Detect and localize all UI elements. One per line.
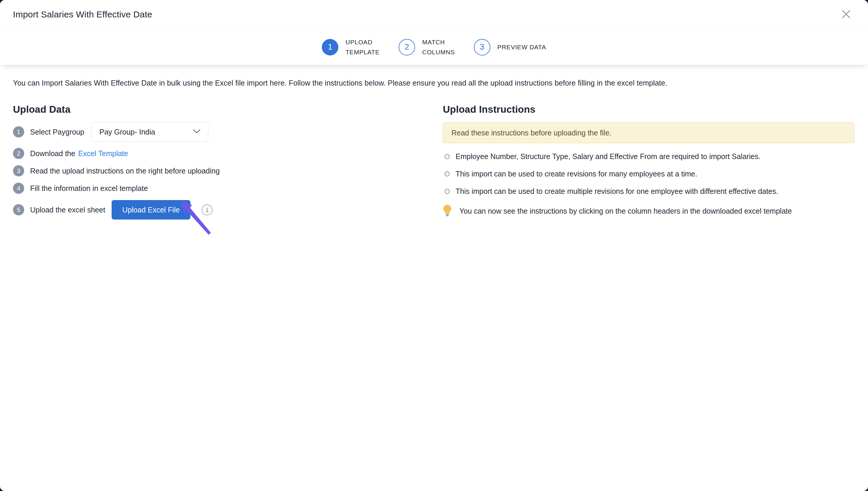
tip-row: You can now see the instructions by clic… xyxy=(443,204,855,218)
upload-instructions-heading: Upload Instructions xyxy=(443,104,855,115)
list-item: This import can be used to create multip… xyxy=(443,187,855,196)
step-row-upload-sheet: 5 Upload the excel sheet Upload Excel Fi… xyxy=(13,200,430,220)
wizard-stepper: 1 UPLOAD TEMPLATE 2 MATCH COLUMNS 3 PREV… xyxy=(0,29,868,65)
list-item: Employee Number, Structure Type, Salary … xyxy=(443,152,855,161)
stepper-step-match-columns[interactable]: 2 MATCH COLUMNS xyxy=(398,37,455,57)
step-number-badge: 3 xyxy=(474,39,491,55)
step-number: 4 xyxy=(13,183,24,194)
step-text: Fill the information in excel template xyxy=(30,184,148,193)
upload-steps-list: 1 Select Paygroup Pay Group- India xyxy=(13,122,430,220)
info-icon[interactable]: i xyxy=(202,204,213,215)
step-row-fill-information: 4 Fill the information in excel template xyxy=(13,183,430,194)
step-number-badge: 1 xyxy=(322,39,338,55)
chevron-down-icon xyxy=(193,129,201,135)
step-label: PREVIEW DATA xyxy=(498,42,546,52)
upload-data-section: Upload Data 1 Select Paygroup Pay Group-… xyxy=(13,104,430,226)
close-button[interactable] xyxy=(840,8,852,21)
intro-text: You can Import Salaries With Effective D… xyxy=(13,79,855,87)
step-number: 2 xyxy=(13,148,24,159)
paygroup-dropdown-value: Pay Group- India xyxy=(99,128,155,136)
stepper-step-preview-data[interactable]: 3 PREVIEW DATA xyxy=(474,39,546,55)
paygroup-dropdown[interactable]: Pay Group- India xyxy=(91,122,208,142)
excel-template-link[interactable]: Excel Template xyxy=(78,149,128,158)
upload-data-heading: Upload Data xyxy=(13,104,430,115)
bullet-circle-icon xyxy=(445,171,450,176)
close-icon xyxy=(841,9,851,20)
upload-excel-file-button[interactable]: Upload Excel File xyxy=(112,200,190,220)
bullet-circle-icon xyxy=(445,154,450,159)
dialog-title: Import Salaries With Effective Date xyxy=(13,9,152,20)
step-text: Upload the excel sheet xyxy=(30,206,105,214)
list-item: This import can be used to create revisi… xyxy=(443,170,855,178)
step-label: MATCH COLUMNS xyxy=(422,37,455,57)
import-salaries-dialog: Import Salaries With Effective Date 1 UP… xyxy=(0,0,868,491)
step-row-download-template: 2 Download the Excel Template xyxy=(13,148,430,159)
tip-text: You can now see the instructions by clic… xyxy=(459,207,792,215)
upload-instructions-section: Upload Instructions Read these instructi… xyxy=(443,104,855,226)
step-row-read-instructions: 3 Read the upload instructions on the ri… xyxy=(13,165,430,176)
instructions-banner-text: Read these instructions before uploading… xyxy=(451,129,611,137)
step-row-select-paygroup: 1 Select Paygroup Pay Group- India xyxy=(13,122,430,142)
dialog-content: You can Import Salaries With Effective D… xyxy=(0,65,868,491)
lightbulb-icon xyxy=(443,204,452,218)
step-text: Download the xyxy=(30,149,75,158)
step-number-badge: 2 xyxy=(398,39,415,55)
step-label: UPLOAD TEMPLATE xyxy=(345,37,380,57)
instructions-banner: Read these instructions before uploading… xyxy=(443,122,855,143)
step-number: 5 xyxy=(13,204,24,215)
step-text: Select Paygroup xyxy=(30,128,84,136)
stepper-step-upload-template[interactable]: 1 UPLOAD TEMPLATE xyxy=(322,37,380,57)
step-number: 3 xyxy=(13,165,24,176)
step-number: 1 xyxy=(13,126,24,138)
instructions-bullet-list: Employee Number, Structure Type, Salary … xyxy=(443,152,855,196)
dialog-header: Import Salaries With Effective Date xyxy=(0,0,868,29)
step-text: Read the upload instructions on the righ… xyxy=(30,167,220,175)
bullet-circle-icon xyxy=(445,189,450,194)
